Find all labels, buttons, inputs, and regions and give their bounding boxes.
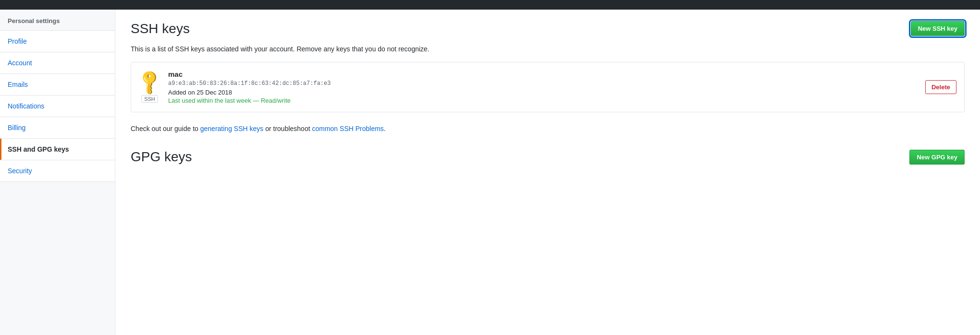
footer-text-after: .: [384, 125, 386, 132]
new-gpg-key-button[interactable]: New GPG key: [909, 150, 965, 165]
sidebar-link-security[interactable]: Security: [0, 160, 115, 181]
delete-key-button[interactable]: Delete: [925, 80, 956, 94]
key-icon: 🔑: [135, 67, 165, 97]
sidebar-header: Personal settings: [0, 10, 115, 31]
key-fingerprint: a9:e3:ab:50:83:26:8a:1f:8c:63:42:dc:85:a…: [168, 80, 918, 87]
main-content: SSH keys New SSH key This is a list of S…: [115, 10, 980, 335]
key-name: mac: [168, 70, 918, 78]
sidebar-nav: Profile Account Emails Notifications Bil…: [0, 31, 115, 182]
footer-text-before-link1: Check out our guide to: [131, 125, 200, 132]
gpg-section-header: GPG keys New GPG key: [131, 149, 965, 165]
ssh-key-card: 🔑 SSH mac a9:e3:ab:50:83:26:8a:1f:8c:63:…: [131, 62, 965, 112]
ssh-section-title: SSH keys: [131, 21, 190, 36]
sidebar-item-notifications[interactable]: Notifications: [0, 96, 115, 117]
common-ssh-problems-link[interactable]: common SSH Problems: [312, 125, 383, 132]
sidebar-item-emails[interactable]: Emails: [0, 74, 115, 96]
gpg-section-title: GPG keys: [131, 149, 192, 165]
ssh-footer-text: Check out our guide to generating SSH ke…: [131, 124, 965, 134]
sidebar-item-security[interactable]: Security: [0, 160, 115, 182]
sidebar-link-notifications[interactable]: Notifications: [0, 96, 115, 117]
key-info: mac a9:e3:ab:50:83:26:8a:1f:8c:63:42:dc:…: [168, 70, 918, 104]
key-last-used: Last used within the last week — Read/wr…: [168, 97, 918, 104]
sidebar-item-billing[interactable]: Billing: [0, 117, 115, 139]
generating-ssh-keys-link[interactable]: generating SSH keys: [200, 125, 264, 132]
sidebar-item-profile[interactable]: Profile: [0, 31, 115, 52]
layout: Personal settings Profile Account Emails…: [0, 10, 980, 335]
key-added-date: Added on 25 Dec 2018: [168, 89, 918, 96]
sidebar-item-ssh-gpg-keys[interactable]: SSH and GPG keys: [0, 139, 115, 160]
new-ssh-key-button[interactable]: New SSH key: [911, 21, 965, 36]
ssh-description: This is a list of SSH keys associated wi…: [131, 44, 965, 54]
footer-text-between: or troubleshoot: [263, 125, 312, 132]
sidebar: Personal settings Profile Account Emails…: [0, 10, 115, 335]
sidebar-item-account[interactable]: Account: [0, 52, 115, 74]
sidebar-link-billing[interactable]: Billing: [0, 117, 115, 138]
key-icon-area: 🔑 SSH: [139, 72, 160, 103]
sidebar-link-profile[interactable]: Profile: [0, 31, 115, 52]
sidebar-link-account[interactable]: Account: [0, 52, 115, 73]
top-bar: [0, 0, 980, 10]
sidebar-link-ssh-gpg-keys[interactable]: SSH and GPG keys: [0, 139, 115, 160]
sidebar-link-emails[interactable]: Emails: [0, 74, 115, 95]
ssh-section-header: SSH keys New SSH key: [131, 21, 965, 36]
